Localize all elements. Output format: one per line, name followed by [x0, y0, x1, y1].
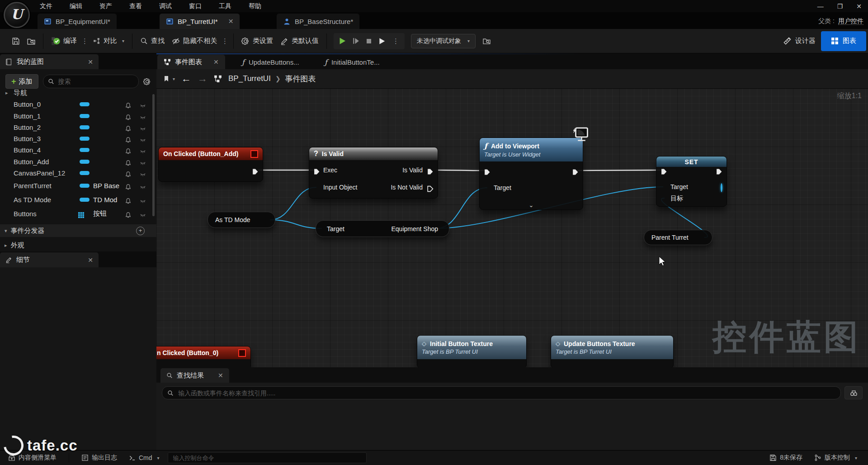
blueprint-search[interactable] [43, 75, 139, 88]
close-tab-icon[interactable]: ✕ [213, 58, 219, 66]
panel-settings-gear-icon[interactable] [143, 78, 151, 85]
node-set-parent-turret[interactable]: SETTarget目标 [656, 156, 727, 207]
diff-button[interactable]: 对比▾ [89, 32, 128, 50]
cmd-dropdown[interactable]: Cmd▾ [125, 454, 163, 461]
blueprint-item-parentturret[interactable]: ParentTurretBP Base [0, 180, 156, 191]
blueprint-item-button-2[interactable]: Button_2 [0, 122, 156, 133]
blueprint-item-canvaspanel-12[interactable]: CanvasPanel_12 [0, 167, 156, 179]
close-find-results-icon[interactable]: ✕ [218, 372, 223, 379]
compile-options-icon[interactable]: ⋮ [81, 37, 88, 45]
event-graph-canvas[interactable]: 缩放1:1 控件蓝图 On Clicked (Button_Add)?Is Va… [156, 89, 868, 367]
class-defaults-button[interactable]: 类默认值 [277, 32, 322, 50]
hide-unrelated-button[interactable]: 隐藏不相关 [168, 32, 221, 50]
node-update-buttons-texture[interactable]: ◇Update Buttons Texture Target is BP Tur… [551, 335, 674, 367]
parent-class-link[interactable]: 用户控件 [838, 17, 863, 25]
find-button[interactable]: 查找 [137, 32, 168, 50]
collapse-pins-chevron-icon[interactable]: ⌄ [480, 202, 583, 209]
input-pin[interactable] [660, 167, 667, 175]
bookmark-icon[interactable] [163, 75, 170, 82]
graph-tab-updatebuttons[interactable]: ƒUpdateButtons... [236, 55, 306, 69]
menu-item-0[interactable]: 文件 [40, 2, 52, 10]
blueprint-item-导航[interactable]: ▸导航 [0, 87, 156, 99]
blueprint-item-button-3[interactable]: Button_3 [0, 133, 156, 144]
restore-button[interactable]: ❐ [837, 3, 843, 10]
blueprint-item-button-4[interactable]: Button_4 [0, 144, 156, 156]
menu-item-2[interactable]: 资产 [99, 2, 112, 10]
node-add-to-viewport[interactable]: ƒAdd to Viewport Target is User WidgetTa… [479, 138, 583, 210]
blueprint-search-input[interactable] [57, 77, 134, 85]
graph-mode-button[interactable]: 图表 [821, 31, 866, 51]
stop-icon[interactable] [365, 38, 373, 45]
output-pin[interactable] [721, 184, 722, 191]
menu-item-1[interactable]: 编辑 [70, 2, 82, 10]
close-my-blueprint-icon[interactable]: ✕ [88, 58, 93, 66]
add-dispatcher-icon[interactable]: + [136, 227, 145, 235]
output-log-button[interactable]: 输出日志 [78, 454, 121, 462]
back-arrow-icon[interactable]: ← [181, 73, 191, 85]
global-find-button[interactable] [844, 386, 863, 399]
forward-arrow-icon[interactable]: → [198, 73, 208, 85]
console-command-field[interactable] [168, 452, 367, 463]
output-pin[interactable] [716, 167, 722, 175]
console-command-input[interactable] [172, 454, 362, 462]
unreal-logo-icon[interactable]: U [4, 2, 30, 28]
output-pin[interactable] [427, 167, 434, 175]
graph-tab-initialbuttonte[interactable]: ƒInitialButtonTe... [318, 55, 386, 69]
play-icon[interactable] [338, 37, 347, 45]
tab-find-results[interactable]: 查找结果 ✕ [160, 368, 229, 383]
tab-my-blueprint[interactable]: 我的蓝图 ✕ [0, 54, 99, 69]
node-parent-turret[interactable]: Parent Turret [644, 230, 712, 245]
node-as-td-mode[interactable]: As TD Mode [208, 212, 275, 228]
frame-skip-icon[interactable] [352, 37, 360, 45]
node-on-clicked-add[interactable]: On Clicked (Button_Add) [158, 147, 263, 182]
breadcrumb-graph[interactable]: 事件图表 [285, 74, 316, 84]
blueprint-item-button-0[interactable]: Button_0 [0, 99, 156, 110]
asset-tab-bp_turretui[interactable]: BP_TurretUI*✕ [160, 14, 240, 29]
menu-item-3[interactable]: 查看 [129, 2, 142, 10]
node-initial-button-texture[interactable]: ◇Initial Button Texture Target is BP Tur… [417, 335, 527, 367]
expand-arrow-icon[interactable]: ▸ [5, 90, 8, 96]
compile-button[interactable]: 编译 [47, 32, 80, 50]
output-ref-pin[interactable] [721, 183, 722, 192]
section-appearance[interactable]: ▸ 外观 [0, 239, 156, 251]
breadcrumb-blueprint[interactable]: BP_TurretUI [228, 74, 271, 83]
find-references-input[interactable] [177, 389, 835, 397]
minimize-button[interactable]: — [817, 3, 824, 10]
tab-details[interactable]: 细节 ✕ [0, 252, 99, 267]
hide-unrelated-options-icon[interactable]: ⋮ [222, 37, 228, 45]
possess-icon[interactable] [378, 37, 386, 45]
menu-item-7[interactable]: 帮助 [249, 2, 261, 10]
menu-item-6[interactable]: 工具 [219, 2, 231, 10]
debug-browse-button[interactable] [479, 32, 494, 50]
close-details-icon[interactable]: ✕ [88, 256, 93, 264]
blueprint-item-as-td-mode[interactable]: As TD ModeTD Mod [0, 194, 156, 205]
designer-button[interactable]: 设计器 [778, 32, 821, 50]
blueprint-list-scrollbar[interactable] [152, 94, 155, 216]
input-pin[interactable] [313, 167, 320, 175]
close-tab-icon[interactable]: ✕ [228, 18, 234, 25]
node-is-valid[interactable]: ?Is ValidExecIs ValidInput ObjectIs Not … [309, 147, 438, 199]
blueprint-item-button-1[interactable]: Button_1 [0, 110, 156, 122]
section-event-dispatchers[interactable]: ▾ 事件分发器 + [0, 224, 156, 237]
play-options-icon[interactable]: ⋮ [392, 37, 399, 45]
graph-tab-event-graph[interactable]: 事件图表✕ [157, 55, 225, 69]
blueprint-item-buttons[interactable]: Buttons按钮 [0, 208, 156, 219]
debug-object-dropdown[interactable]: 未选中调试对象▾ [411, 34, 476, 48]
browse-asset-button[interactable] [24, 32, 39, 50]
add-button[interactable]: +添加 [5, 74, 38, 89]
menu-item-5[interactable]: 窗口 [189, 2, 202, 10]
close-button[interactable]: ✕ [856, 3, 862, 10]
asset-tab-bp_basestructure[interactable]: BP_BaseStructure* [277, 14, 359, 29]
exec-output-pin[interactable] [252, 167, 259, 175]
bookmark-dropdown-icon[interactable]: ▾ [173, 76, 175, 81]
menu-item-4[interactable]: 调试 [159, 2, 172, 10]
unsaved-button[interactable]: 8未保存 [766, 454, 806, 462]
blueprint-item-button-add[interactable]: Button_Add [0, 156, 156, 167]
save-button[interactable] [8, 32, 24, 50]
node-on-clicked-0[interactable]: n Clicked (Button_0) [156, 346, 251, 367]
asset-tab-bp_equipmentui[interactable]: BP_EquipmentUI* [38, 14, 117, 29]
class-settings-button[interactable]: 类设置 [238, 32, 277, 50]
node-equipment-shop[interactable]: Target Equipment Shop [316, 220, 449, 237]
output-pin[interactable] [427, 185, 434, 192]
output-pin[interactable] [572, 168, 579, 176]
